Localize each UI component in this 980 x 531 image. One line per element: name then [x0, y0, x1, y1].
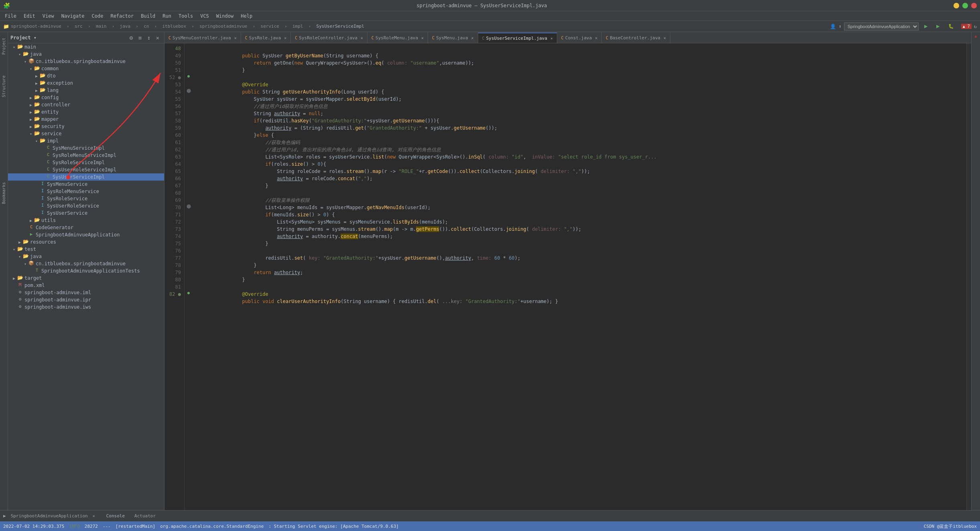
tree-item-service[interactable]: ▾ 📂 service [8, 130, 164, 137]
tree-item-package[interactable]: ▾ 📦 cn.itbluebox.springbootadminvue [8, 58, 164, 65]
tree-item-sysuserroleservice[interactable]: ▶ I SysUserRoleService [8, 202, 164, 210]
menu-code[interactable]: Code [89, 12, 107, 20]
menu-edit[interactable]: Edit [20, 12, 39, 20]
tree-item-sysmenuserviceimpl[interactable]: ▶ C SysMenuServiceImpl [8, 144, 164, 152]
tab-basecontroller[interactable]: C BaseController.java ✕ [602, 33, 670, 43]
close-run-icon[interactable]: ✕ [93, 514, 95, 518]
title-bar: 🧩 springboot-adminvue – SysUserServiceIm… [0, 0, 980, 11]
tree-item-sysrolemenuservice[interactable]: ▶ I SysRoleMenuService [8, 188, 164, 195]
tree-item-sysrolemenuserviceimpl[interactable]: ▶ C SysRoleMenuServiceImpl [8, 152, 164, 159]
project-tab-icon[interactable]: Project [1, 35, 7, 57]
sync-icon[interactable]: ↻ [974, 24, 977, 29]
tree-item-controller[interactable]: ▶ 📂 controller [8, 101, 164, 108]
status-bar-left: 2022-07-02 14:29:03.375 INFO 28272 --- [… [3, 524, 399, 529]
run-app-name: SpringbootAdminvueApplication [11, 513, 88, 519]
structure-tab-icon[interactable]: Structure [1, 73, 7, 100]
tree-item-test-java[interactable]: ▾ 📂 java [8, 253, 164, 260]
tree-item-pom[interactable]: ▶ M pom.xml [8, 282, 164, 289]
menu-window[interactable]: Window [213, 12, 237, 20]
tree-item-main[interactable]: ▾ 📂 main [8, 43, 164, 51]
menu-tools[interactable]: Tools [175, 12, 196, 20]
tree-item-dto[interactable]: ▶ 📂 dto [8, 72, 164, 79]
tab-sysrole[interactable]: C SysRole.java ✕ [241, 33, 291, 43]
menu-view[interactable]: View [39, 12, 57, 20]
right-panel: ▲ [971, 32, 980, 510]
tab-sysrolemenu[interactable]: C SysRoleMenu.java ✕ [367, 33, 428, 43]
menu-file[interactable]: File [2, 12, 20, 20]
sidebar-collapse-icon[interactable]: ≡ [136, 34, 144, 42]
run-config-dropdown[interactable]: SpringbootAdminvueApplication [844, 22, 919, 31]
tree-item-sysuserservice[interactable]: ▶ I SysUserService [8, 210, 164, 217]
code-content[interactable]: public SysUser getByUserName(String user… [193, 43, 966, 510]
tree-item-config[interactable]: ▶ 📂 config [8, 94, 164, 101]
code-gutter: ● ⬤ [185, 43, 193, 510]
tree-item-springboot-iws[interactable]: ▶ ⚙ springboot-adminvue.iws [8, 303, 164, 311]
menu-bar: File Edit View Navigate Code Refactor Bu… [0, 11, 980, 21]
tree-item-java[interactable]: ▾ 📂 java [8, 51, 164, 58]
status-thread: [restartedMain] [116, 524, 155, 529]
tree-item-exception[interactable]: ▶ 📂 exception [8, 79, 164, 87]
maximize-button[interactable] [962, 3, 968, 8]
tab-sysmenucontroller[interactable]: C SysMenuController.java ✕ [164, 33, 241, 43]
close-button[interactable] [971, 3, 977, 8]
build-button[interactable]: ▶ [921, 23, 931, 30]
code-line-53: public String getUserAuthorityInfo(Long … [193, 81, 966, 88]
code-line-52: @Override [193, 74, 966, 81]
tree-item-sysmenuservice[interactable]: ▶ I SysMenuService [8, 181, 164, 188]
tree-item-utils[interactable]: ▶ 📂 utils [8, 217, 164, 224]
tree-item-sysroleserviceimpl[interactable]: ▶ C SysRoleServiceImpl [8, 159, 164, 166]
run-button[interactable]: ▶ [933, 23, 943, 30]
sidebar-close-icon[interactable]: ✕ [154, 34, 162, 42]
tab-sysuserserviceimpl[interactable]: C SysUserServiceImpl.java ✕ [478, 33, 557, 43]
status-level: INFO [69, 524, 80, 529]
tree-item-common[interactable]: ▾ 📂 common [8, 65, 164, 72]
sidebar-settings-icon[interactable]: ⚙ [127, 34, 135, 42]
status-timestamp: 2022-07-02 14:29:03.375 [3, 524, 64, 529]
debug-button[interactable]: 🐛 [945, 23, 957, 30]
tree-item-codegenerator[interactable]: ▶ C CodeGenerator [8, 224, 164, 231]
tree-item-mapper[interactable]: ▶ 📂 mapper [8, 116, 164, 123]
menu-refactor[interactable]: Refactor [107, 12, 137, 20]
tree-item-springbootapp[interactable]: ▶ ▶ SpringbootAdminvueApplication [8, 231, 164, 238]
tree-item-entity[interactable]: ▶ 📂 entity [8, 108, 164, 116]
git-icon: ⬆ [838, 24, 841, 29]
tree-item-sysuserroleserviceimpl[interactable]: ▶ C SysUserRoleServiceImpl [8, 166, 164, 173]
status-message: : Starting Servlet engine: [Apache Tomca… [268, 524, 399, 529]
tree-item-test[interactable]: ▾ 📂 test [8, 246, 164, 253]
error-badge: ▲ 7 [961, 24, 972, 29]
tree-item-resources[interactable]: ▶ 📂 resources [8, 238, 164, 246]
tree-item-test-package[interactable]: ▾ 📦 cn.itbluebox.springbootadminvue [8, 260, 164, 267]
menu-run[interactable]: Run [159, 12, 174, 20]
tab-sysmenu[interactable]: C SysMenu.java ✕ [428, 33, 478, 43]
actuator-tab[interactable]: Actuator [131, 511, 159, 521]
minimize-button[interactable] [954, 3, 959, 8]
status-right-info: CSDN @蓝盒子itbluebox [924, 523, 977, 529]
menu-build[interactable]: Build [138, 12, 158, 20]
tree-item-test-class[interactable]: ▶ T SpringbootAdminvueApplicationTests [8, 267, 164, 275]
menu-navigate[interactable]: Navigate [58, 12, 88, 20]
code-line-60: //获取角色编码 [193, 132, 966, 139]
tab-const[interactable]: C Const.java ✕ [557, 33, 602, 43]
tree-item-sysuserserviceimpl[interactable]: ▶ C SysUserServiceImpl [8, 173, 164, 181]
code-line-82: public void clearUserAuthorityInfo(Strin… [193, 291, 966, 298]
menu-help[interactable]: Help [237, 12, 256, 20]
sidebar-title: Project ▾ [10, 35, 37, 41]
tree-item-sysroleservice[interactable]: ▶ I SysRoleService [8, 195, 164, 202]
tree-item-lang[interactable]: ▶ 📂 lang [8, 87, 164, 94]
minimap[interactable] [966, 43, 971, 510]
status-bar: 2022-07-02 14:29:03.375 INFO 28272 --- [… [0, 521, 980, 531]
bookmarks-tab-icon[interactable]: Bookmarks [1, 180, 7, 206]
status-pid: 28272 [85, 524, 98, 529]
console-tab[interactable]: Console [103, 511, 128, 521]
tree-item-security[interactable]: ▶ 📂 security [8, 123, 164, 130]
menu-vcs[interactable]: VCS [197, 12, 212, 20]
tree-item-springboot-ipr[interactable]: ▶ ⚙ springboot-adminvue.ipr [8, 296, 164, 303]
project-toolbar-icon: 📁 [3, 24, 9, 29]
tree-item-target[interactable]: ▶ 📂 target [8, 275, 164, 282]
app-logo: 🧩 [3, 2, 10, 9]
sidebar-sort-icon[interactable]: ↕ [145, 34, 153, 42]
tree-item-impl[interactable]: ▾ 📂 impl [8, 137, 164, 144]
tree-item-springboot-iml[interactable]: ▶ ⚙ springboot-adminvue.iml [8, 289, 164, 296]
tab-sysrolecontroller[interactable]: C SysRoleController.java ✕ [291, 33, 367, 43]
sidebar-toolbar: Project ▾ ⚙ ≡ ↕ ✕ [8, 32, 164, 43]
